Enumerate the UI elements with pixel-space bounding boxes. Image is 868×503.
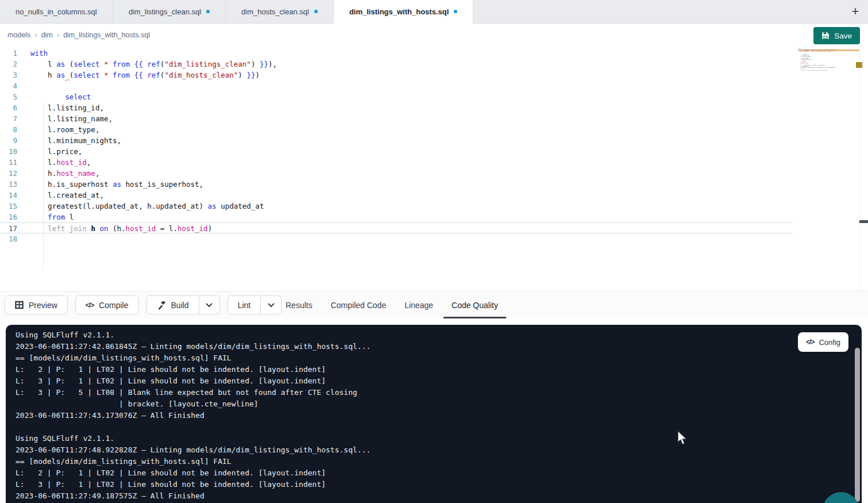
tab-dim_hosts_clean-sql[interactable]: dim_hosts_clean.sql <box>226 0 334 23</box>
chevron-down-icon <box>206 303 213 308</box>
tab-label: dim_listings_clean.sql <box>129 7 201 16</box>
code-line[interactable]: 12 h.host_name, <box>0 168 793 179</box>
line-number: 8 <box>0 124 17 135</box>
code-line[interactable]: 18 <box>0 233 793 244</box>
modified-dot-icon <box>454 10 457 13</box>
tab-dim_listings_clean-sql[interactable]: dim_listings_clean.sql <box>113 0 226 23</box>
build-button[interactable]: Build <box>146 295 199 314</box>
line-number: 14 <box>0 190 17 201</box>
code-icon: </> <box>86 301 94 309</box>
tab-compiled-code[interactable]: Compiled Code <box>331 301 387 310</box>
action-bar: Preview </> Compile Build <box>0 291 868 318</box>
code-line[interactable]: 11 l.host_id, <box>0 157 793 168</box>
code-line[interactable]: 10 l.price, <box>0 146 793 157</box>
lint-output-terminal: Using SQLFluff v2.1.1. 2023-06-06T11:27:… <box>6 325 862 503</box>
line-number: 18 <box>0 233 17 244</box>
line-number: 3 <box>0 70 17 80</box>
code-line[interactable]: 17 left join h on (h.host_id = l.host_id… <box>0 222 793 233</box>
code-line[interactable]: 1with <box>0 48 793 59</box>
save-button-label: Save <box>834 32 852 40</box>
line-number: 2 <box>0 59 17 70</box>
code-line[interactable]: 13 h.is_superhost as host_is_superhost, <box>0 179 793 190</box>
tab-bar: no_nulls_in_columns.sqldim_listings_clea… <box>0 0 868 24</box>
code-line[interactable]: 9 l.minimum_nights, <box>0 135 793 146</box>
code-line[interactable]: 4 <box>0 80 793 91</box>
build-dropdown-button[interactable] <box>199 295 220 314</box>
tab-results[interactable]: Results <box>286 301 313 310</box>
tab-code-quality[interactable]: Code Quality <box>452 301 498 310</box>
code-lines: 1with2 l as (select * from {{ ref("dim_l… <box>0 48 868 244</box>
terminal-scrollbar[interactable] <box>855 348 860 502</box>
breadcrumb-separator-icon: › <box>57 30 59 39</box>
code-line[interactable]: 6 l.listing_id, <box>0 102 793 113</box>
lint-button-label: Lint <box>238 301 251 310</box>
line-number: 6 <box>0 102 17 113</box>
breadcrumb-item-dim: dim <box>41 31 53 39</box>
tab-label: no_nulls_in_columns.sql <box>16 7 97 16</box>
dbt-cloud-ide: no_nulls_in_columns.sqldim_listings_clea… <box>0 0 868 503</box>
code-line[interactable]: 16 from l <box>0 212 793 222</box>
hammer-icon <box>157 301 166 310</box>
tab-label: dim_hosts_clean.sql <box>241 7 309 16</box>
minimap-content: with l as (select * from {{ ref("dim_lis… <box>798 48 859 72</box>
breadcrumb-item-file: dim_listings_with_hosts.sql <box>63 31 150 39</box>
code-icon: </> <box>806 338 814 346</box>
tab-strip: no_nulls_in_columns.sqldim_listings_clea… <box>0 0 473 23</box>
code-line[interactable]: 15 greatest(l.updated_at, h.updated_at) … <box>0 201 793 212</box>
code-line[interactable]: 3 h as (select * from {{ ref("dim_hosts_… <box>0 70 793 80</box>
tab-no_nulls_in_columns-sql[interactable]: no_nulls_in_columns.sql <box>0 0 113 23</box>
table-grid-icon <box>15 301 24 309</box>
compile-button-label: Compile <box>99 301 128 310</box>
lint-dropdown-button[interactable] <box>261 295 281 314</box>
panel-tabs: Results Compiled Code Lineage Code Quali… <box>286 291 498 319</box>
tab-dim_listings_with_hosts-sql[interactable]: dim_listings_with_hosts.sql <box>334 0 473 23</box>
line-number: 1 <box>0 48 17 59</box>
modified-dot-icon <box>206 10 210 13</box>
preview-button-label: Preview <box>29 301 57 310</box>
config-button[interactable]: </> Config <box>798 332 848 352</box>
code-line[interactable]: 7 l.listing_name, <box>0 113 793 124</box>
save-icon <box>821 32 830 40</box>
build-split-button: Build <box>146 295 220 314</box>
preview-button[interactable]: Preview <box>5 295 68 314</box>
line-number: 11 <box>0 157 17 168</box>
tab-lineage[interactable]: Lineage <box>404 301 433 310</box>
line-number: 15 <box>0 201 17 212</box>
action-buttons: Preview </> Compile Build <box>5 295 281 314</box>
breadcrumb-item-models: models <box>7 31 30 39</box>
line-number: 17 <box>0 223 17 233</box>
code-line[interactable]: 14 l.created_at, <box>0 190 793 201</box>
code-line[interactable]: 8 l.room_type, <box>0 124 793 135</box>
breadcrumb-row: models › dim › dim_listings_with_hosts.s… <box>0 24 868 46</box>
minimap[interactable]: with l as (select * from {{ ref("dim_lis… <box>798 48 859 72</box>
line-number: 7 <box>0 113 17 124</box>
line-number: 13 <box>0 179 17 190</box>
line-number: 16 <box>0 212 17 222</box>
terminal-text: Using SQLFluff v2.1.1. 2023-06-06T11:27:… <box>16 329 371 502</box>
breadcrumb-separator-icon: › <box>34 30 37 39</box>
code-line[interactable]: 2 l as (select * from {{ ref("dim_listin… <box>0 59 793 70</box>
line-number: 10 <box>0 146 17 157</box>
build-button-label: Build <box>171 301 189 310</box>
lint-button[interactable]: Lint <box>227 295 261 314</box>
new-tab-button[interactable]: + <box>847 3 863 20</box>
ruler-cursor-marker <box>859 220 868 223</box>
config-button-label: Config <box>819 338 840 347</box>
line-number: 4 <box>0 80 17 91</box>
line-number: 12 <box>0 168 17 179</box>
compile-button[interactable]: </> Compile <box>75 295 139 314</box>
ruler-warning-marker <box>856 62 862 68</box>
line-number: 5 <box>0 91 17 102</box>
save-button[interactable]: Save <box>813 27 860 44</box>
modified-dot-icon <box>314 10 318 13</box>
line-number: 9 <box>0 135 17 146</box>
code-line[interactable]: 5 select <box>0 91 793 102</box>
chevron-down-icon <box>268 303 275 308</box>
indent-guide <box>43 102 44 270</box>
overview-ruler <box>859 46 860 291</box>
code-editor[interactable]: 1with2 l as (select * from {{ ref("dim_l… <box>0 46 868 291</box>
tab-label: dim_listings_with_hosts.sql <box>349 7 449 16</box>
lint-split-button: Lint <box>227 295 282 314</box>
